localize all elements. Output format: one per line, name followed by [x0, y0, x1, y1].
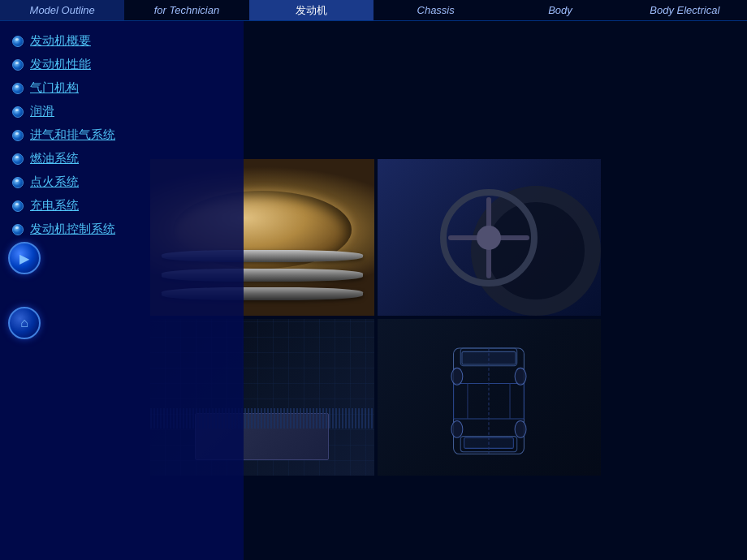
menu-item-intake-exhaust[interactable]: 进气和排气系统	[0, 123, 244, 147]
home-button[interactable]: ⌂	[8, 307, 41, 339]
menu-label-valve-mechanism: 气门机构	[30, 80, 79, 96]
steering-visual	[378, 159, 602, 316]
menu-label-lubrication: 润滑	[30, 104, 54, 119]
menu-label-charging-system: 充电系统	[30, 198, 79, 213]
forward-button[interactable]: ▶	[8, 242, 41, 274]
svg-point-12	[451, 420, 463, 437]
side-buttons: ▶ ⌂	[8, 242, 41, 339]
van-wireframe-svg	[388, 327, 589, 468]
nav-item-chassis[interactable]: Chassis	[374, 0, 498, 20]
menu-bullet-ignition-system	[12, 177, 24, 188]
nav-item-engine[interactable]: 发动机	[249, 0, 374, 20]
menu-bullet-fuel-system	[12, 153, 24, 165]
wheel-center	[477, 226, 501, 250]
nav-item-body-electrical[interactable]: Body Electrical	[623, 0, 747, 20]
menu-bullet-lubrication	[12, 106, 24, 118]
nav-item-for-technician[interactable]: for Technician	[124, 0, 248, 20]
svg-point-11	[515, 368, 526, 385]
home-icon: ⌂	[20, 316, 28, 330]
van-image	[378, 319, 602, 476]
menu-item-ignition-system[interactable]: 点火系统	[0, 170, 244, 194]
menu-label-fuel-system: 燃油系统	[30, 151, 79, 166]
menu-label-engine-performance: 发动机性能	[30, 57, 91, 72]
steering-image	[378, 159, 602, 316]
steering-wheel	[440, 189, 538, 286]
menu-item-engine-overview[interactable]: 发动机概要	[0, 29, 244, 53]
menu-label-intake-exhaust: 进气和排气系统	[30, 127, 115, 143]
menu-bullet-charging-system	[12, 200, 24, 212]
svg-point-10	[451, 368, 463, 385]
menu-label-ignition-system: 点火系统	[30, 174, 79, 190]
menu-bullet-valve-mechanism	[12, 83, 24, 94]
menu-label-engine-control: 发动机控制系统	[30, 222, 115, 237]
main-content: 发动机概要发动机性能气门机构润滑进气和排气系统燃油系统点火系统充电系统发动机控制…	[0, 21, 747, 560]
menu-item-charging-system[interactable]: 充电系统	[0, 194, 244, 218]
menu-bullet-intake-exhaust	[12, 130, 24, 141]
menu-label-engine-overview: 发动机概要	[30, 33, 91, 49]
menu-item-engine-control[interactable]: 发动机控制系统	[0, 218, 244, 241]
menu-item-fuel-system[interactable]: 燃油系统	[0, 147, 244, 170]
menu-item-lubrication[interactable]: 润滑	[0, 100, 244, 123]
forward-icon: ▶	[19, 251, 29, 266]
van-visual	[378, 319, 602, 476]
menu-item-engine-performance[interactable]: 发动机性能	[0, 53, 244, 76]
nav-item-model-outline[interactable]: Model Outline	[0, 0, 124, 20]
menu-bullet-engine-overview	[12, 36, 24, 47]
svg-point-13	[515, 420, 526, 437]
nav-bar: Model Outlinefor Technician发动机ChassisBod…	[0, 0, 747, 21]
menu-bullet-engine-control	[12, 224, 24, 235]
nav-item-body[interactable]: Body	[498, 0, 622, 20]
menu-bullet-engine-performance	[12, 59, 24, 71]
menu-item-valve-mechanism[interactable]: 气门机构	[0, 76, 244, 100]
